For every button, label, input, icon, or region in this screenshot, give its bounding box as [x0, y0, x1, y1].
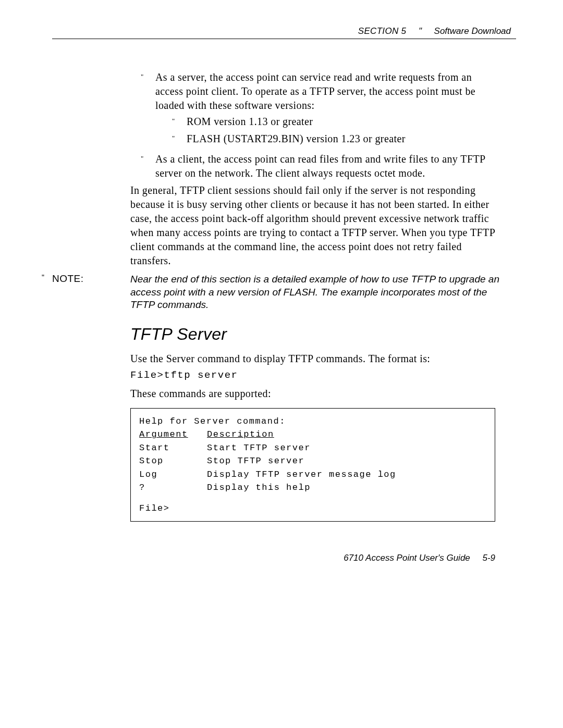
codebox-arg: Start: [139, 441, 207, 455]
content-area-2: TFTP Server Use the Server command to di…: [130, 323, 500, 522]
codebox-spacer: [139, 495, 486, 502]
note-text: Near the end of this section is a detail…: [130, 273, 500, 312]
codebox-row: Start Start TFTP server: [139, 441, 486, 455]
codebox-title: Help for Server command:: [139, 415, 486, 428]
bullet-mark: ": [141, 70, 155, 149]
bullet-mark: ": [172, 132, 187, 146]
codebox-prompt: File>: [139, 502, 486, 515]
codebox-col-desc: Description: [207, 428, 274, 441]
bullet-mark: ": [172, 115, 187, 129]
note-label: NOTE:: [52, 273, 130, 312]
header-bullet: ": [419, 26, 422, 36]
note-block: " NOTE: Near the end of this section is …: [42, 273, 500, 312]
command-line: File>tftp server: [130, 369, 500, 382]
codebox-row: Stop Stop TFTP server: [139, 454, 486, 468]
bullet-list: " As a server, the access point can serv…: [130, 70, 500, 180]
section-heading: TFTP Server: [130, 323, 500, 346]
header-title: Software Download: [434, 26, 511, 36]
header-section: SECTION 5: [358, 26, 406, 36]
running-header: SECTION 5 " Software Download: [52, 26, 516, 36]
bullet-text: As a server, the access point can servic…: [155, 70, 500, 149]
sub-bullet-item: " ROM version 1.13 or greater: [172, 115, 500, 129]
codebox-col-arg: Argument: [139, 428, 207, 441]
sub-bullet-list: " ROM version 1.13 or greater " FLASH (U…: [155, 115, 500, 146]
note-mark: ": [42, 273, 52, 312]
codebox-desc: Display TFTP server message log: [207, 468, 396, 482]
codebox-header-row: Argument Description: [139, 428, 486, 441]
content-area: " As a server, the access point can serv…: [130, 70, 500, 268]
codebox-row: ? Display this help: [139, 481, 486, 495]
codebox-arg: Stop: [139, 454, 207, 468]
code-box: Help for Server command: Argument Descri…: [130, 408, 495, 522]
codebox-arg: Log: [139, 468, 207, 482]
sub-bullet-text: FLASH (USTART29.BIN) version 1.23 or gre…: [187, 132, 500, 146]
codebox-desc: Start TFTP server: [207, 441, 311, 455]
page: SECTION 5 " Software Download " As a ser…: [0, 0, 563, 728]
paragraph: In general, TFTP client sessions should …: [130, 183, 500, 268]
codebox-arg: ?: [139, 481, 207, 495]
bullet-text: As a client, the access point can read f…: [155, 152, 500, 180]
codebox-row: Log Display TFTP server message log: [139, 468, 486, 482]
footer-guide: 6710 Access Point User's Guide: [344, 553, 470, 563]
paragraph: These commands are supported:: [130, 387, 500, 401]
bullet-item: " As a server, the access point can serv…: [141, 70, 500, 149]
sub-bullet-text: ROM version 1.13 or greater: [187, 115, 500, 129]
header-rule: [52, 39, 516, 39]
codebox-desc: Display this help: [207, 481, 311, 495]
footer-page: 5-9: [482, 553, 495, 563]
bullet-mark: ": [141, 152, 155, 180]
bullet-text-span: As a server, the access point can servic…: [155, 71, 475, 111]
codebox-desc: Stop TFTP server: [207, 454, 304, 468]
bullet-item: " As a client, the access point can read…: [141, 152, 500, 180]
footer: 6710 Access Point User's Guide 5-9: [52, 553, 495, 563]
paragraph: Use the Server command to display TFTP c…: [130, 352, 500, 366]
sub-bullet-item: " FLASH (USTART29.BIN) version 1.23 or g…: [172, 132, 500, 146]
